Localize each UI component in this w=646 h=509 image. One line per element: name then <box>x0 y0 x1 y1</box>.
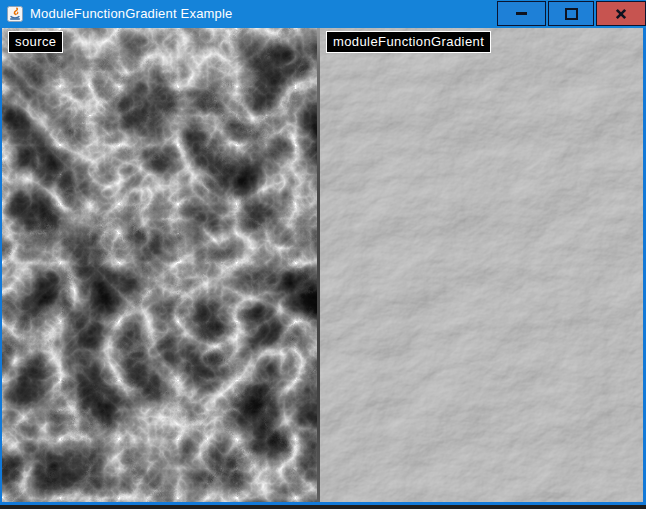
gradient-noise-image <box>320 28 643 502</box>
title-bar[interactable]: ModuleFunctionGradient Example <box>0 0 646 28</box>
close-button[interactable] <box>596 1 646 26</box>
maximize-button[interactable] <box>548 1 594 26</box>
minimize-icon <box>516 12 527 15</box>
content-area: source <box>0 28 646 505</box>
maximize-icon <box>565 8 578 20</box>
gradient-label: moduleFunctionGradient <box>326 31 491 53</box>
close-icon <box>615 8 627 20</box>
gradient-image-panel: moduleFunctionGradient <box>320 28 643 502</box>
caption-buttons <box>495 0 646 28</box>
window-title: ModuleFunctionGradient Example <box>30 0 233 28</box>
source-image-panel: source <box>2 28 317 502</box>
source-label: source <box>8 31 63 53</box>
minimize-button[interactable] <box>497 1 546 26</box>
source-noise-image <box>2 28 317 502</box>
java-icon <box>7 6 23 22</box>
app-window: ModuleFunctionGradient Example <box>0 0 646 505</box>
